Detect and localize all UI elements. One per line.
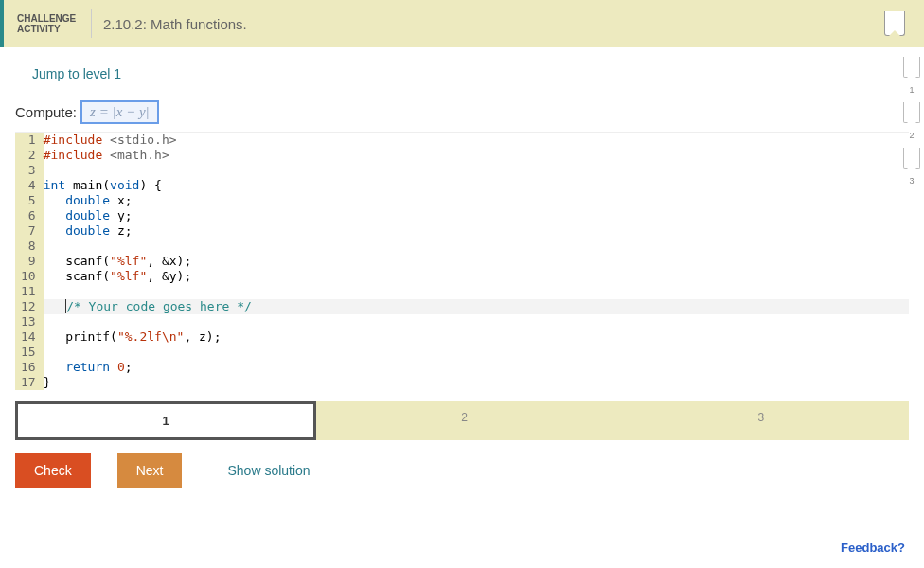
line-number: 8 [21, 239, 36, 254]
line-number: 4 [21, 178, 36, 193]
jump-to-level-link[interactable]: Jump to level 1 [15, 47, 909, 100]
formula-box[interactable]: z = |x − y| [80, 100, 159, 124]
line-number: 2 [21, 148, 36, 163]
challenge-label-line1: CHALLENGE [17, 13, 80, 24]
code-line[interactable]: double x; [44, 193, 909, 208]
code-line[interactable] [44, 284, 909, 299]
step-cell-1[interactable]: 1 [15, 401, 316, 440]
button-row: Check Next Show solution [15, 453, 909, 488]
code-line[interactable]: } [44, 375, 909, 390]
code-line[interactable]: scanf("%lf", &y); [44, 269, 909, 284]
line-number: 7 [21, 223, 36, 239]
code-line[interactable]: #include <math.h> [44, 148, 909, 163]
line-number: 9 [21, 254, 36, 269]
code-line[interactable]: /* Your code goes here */ [44, 299, 909, 314]
line-number: 17 [21, 375, 36, 390]
feedback-link[interactable]: Feedback? [841, 541, 905, 555]
level-marker-label: 3 [909, 176, 914, 186]
step-cell-3[interactable]: 3 [613, 401, 909, 440]
line-number: 13 [21, 314, 36, 329]
code-line[interactable] [44, 314, 909, 329]
code-line[interactable] [44, 163, 909, 178]
challenge-label-line2: ACTIVITY [17, 24, 80, 34]
code-line[interactable]: scanf("%lf", &x); [44, 254, 909, 269]
code-line[interactable]: #include <stdio.h> [44, 133, 909, 148]
line-number: 16 [21, 360, 36, 375]
line-number: 10 [21, 269, 36, 284]
step-progress-row: 123 [15, 401, 909, 440]
step-cell-2[interactable]: 2 [316, 401, 613, 440]
activity-header: CHALLENGE ACTIVITY 2.10.2: Math function… [0, 0, 924, 47]
code-line[interactable]: double y; [44, 208, 909, 223]
line-number: 3 [21, 163, 36, 178]
line-number-gutter: 1234567891011121314151617 [15, 133, 44, 390]
level-marker-label: 2 [909, 131, 914, 140]
code-line[interactable]: printf("%.2lf\n", z); [44, 329, 909, 345]
line-number: 14 [21, 329, 36, 345]
content-area: Jump to level 1 Compute: z = |x − y| 123… [0, 47, 924, 488]
level-marker-label: 1 [909, 85, 914, 95]
level-marker-icon[interactable] [903, 148, 920, 169]
line-number: 5 [21, 193, 36, 208]
check-button[interactable]: Check [15, 453, 91, 488]
code-line[interactable] [44, 239, 909, 254]
level-marker-icon[interactable] [903, 57, 920, 78]
line-number: 6 [21, 208, 36, 223]
challenge-activity-label: CHALLENGE ACTIVITY [13, 13, 80, 34]
code-line[interactable]: int main(void) { [44, 178, 909, 193]
line-number: 11 [21, 284, 36, 299]
code-line[interactable]: return 0; [44, 360, 909, 375]
code-editor[interactable]: 1234567891011121314151617 #include <stdi… [15, 132, 909, 390]
header-divider [91, 9, 92, 38]
show-solution-link[interactable]: Show solution [227, 463, 310, 478]
compute-prefix: Compute: [15, 104, 77, 120]
compute-prompt: Compute: z = |x − y| [15, 100, 909, 132]
code-line[interactable]: double z; [44, 223, 909, 239]
activity-title: 2.10.2: Math functions. [103, 16, 247, 32]
line-number: 15 [21, 345, 36, 360]
bookmark-icon[interactable] [884, 11, 905, 36]
line-number: 12 [21, 299, 36, 314]
code-area[interactable]: #include <stdio.h>#include <math.h>int m… [44, 133, 909, 390]
side-level-markers: 123 [903, 57, 920, 186]
level-marker-icon[interactable] [903, 102, 920, 123]
code-line[interactable] [44, 345, 909, 360]
next-button[interactable]: Next [117, 453, 183, 488]
line-number: 1 [21, 133, 36, 148]
